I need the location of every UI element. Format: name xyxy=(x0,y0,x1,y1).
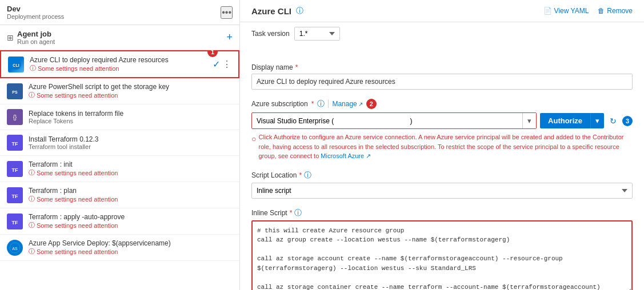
svg-text:CLI: CLI xyxy=(13,63,19,67)
authorize-button[interactable]: Authorize xyxy=(540,113,590,128)
subscription-controls: ▾ Authorize ▾ ↻ 3 xyxy=(251,112,633,129)
tasks-list: CLI Azure CLI to deploy required Azure r… xyxy=(0,50,239,290)
subscription-dropdown-button[interactable]: ▾ xyxy=(522,113,536,128)
authorize-info: ○ Click Authorize to configure an Azure … xyxy=(251,132,633,161)
warning-text-1: Some settings need attention xyxy=(38,65,119,72)
task-item-4[interactable]: TF Install Terraform 0.12.3 Terraform to… xyxy=(0,130,239,156)
task-item-1[interactable]: CLI Azure CLI to deploy required Azure r… xyxy=(0,50,239,78)
task-8-name: Azure App Service Deploy: $(appservicena… xyxy=(29,239,233,247)
svg-text:TF: TF xyxy=(12,220,18,225)
manage-label: Manage xyxy=(332,100,357,108)
task-version-row: Task version 1.* 2.* xyxy=(240,22,644,45)
task-item-8[interactable]: AS Azure App Service Deploy: $(appservic… xyxy=(0,235,239,261)
script-location-required: * xyxy=(299,171,302,179)
appservice-icon-shape: AS xyxy=(7,240,23,256)
terraform-plan-icon: TF xyxy=(7,187,23,203)
terraform-icon-shape: TF xyxy=(7,135,23,151)
task-1-more-icon[interactable]: ⋮ xyxy=(222,59,231,70)
agent-job-title: Agent job xyxy=(17,30,55,38)
remove-link[interactable]: 🗑 Remove xyxy=(598,7,633,15)
task-item-7[interactable]: TF Terraform : apply -auto-approve ⓘ Som… xyxy=(0,208,239,235)
title-info-icon[interactable]: ⓘ xyxy=(296,6,303,16)
refresh-button[interactable]: ↻ xyxy=(607,114,619,128)
manage-link[interactable]: Manage ↗ xyxy=(332,100,362,108)
view-yaml-link[interactable]: 📄 View YAML xyxy=(543,7,589,15)
script-location-label: Script Location * ⓘ xyxy=(251,170,633,180)
display-name-label: Display name * xyxy=(251,63,633,71)
task-version-label: Task version xyxy=(251,30,290,38)
task-6-warning: ⓘ Some settings need attention xyxy=(29,195,233,203)
subscription-input[interactable] xyxy=(252,114,522,128)
warning-icon-5: ⓘ xyxy=(29,168,35,177)
azure-subscription-label-text: Azure subscription xyxy=(251,100,308,108)
task-version-select[interactable]: 1.* 2.* xyxy=(294,27,340,41)
dev-header-left: Dev Deployment process xyxy=(7,5,64,20)
display-name-label-text: Display name xyxy=(251,63,293,71)
task-item-5[interactable]: TF Terraform : init ⓘ Some settings need… xyxy=(0,156,239,182)
warning-icon-8: ⓘ xyxy=(29,247,35,256)
warning-icon-6: ⓘ xyxy=(29,195,35,203)
warning-icon-1: ⓘ xyxy=(30,64,36,72)
task-2-name: Azure PowerShell script to get the stora… xyxy=(29,83,233,91)
task-1-actions: ✓ ⋮ xyxy=(213,59,231,70)
svg-text:{}: {} xyxy=(13,114,17,120)
task-1-warning: ⓘ Some settings need attention xyxy=(30,64,207,72)
task-4-info: Install Terraform 0.12.3 Terraform tool … xyxy=(29,135,233,150)
azure-cli-icon-shape: CLI xyxy=(8,57,24,72)
task-3-subtitle: Replace Tokens xyxy=(29,118,233,124)
task-item-3[interactable]: {} Replace tokens in terraform file Repl… xyxy=(0,104,239,130)
task-8-warning: ⓘ Some settings need attention xyxy=(29,247,233,256)
terraform-apply-icon: TF xyxy=(7,214,23,229)
inline-script-textarea[interactable]: # this will create Azure resource group … xyxy=(251,220,633,291)
svg-text:TF: TF xyxy=(12,141,18,147)
dev-more-button[interactable]: ••• xyxy=(221,6,233,19)
authorize-info-text: Click Authorize to configure an Azure se… xyxy=(258,132,633,161)
terraform-install-icon: TF xyxy=(7,135,23,151)
task-1-info: Azure CLI to deploy required Azure resou… xyxy=(30,56,207,72)
task-4-name: Install Terraform 0.12.3 xyxy=(29,135,233,143)
task-1-check-icon: ✓ xyxy=(213,59,220,70)
circle-dot-icon: ○ xyxy=(251,133,256,145)
warning-text-2: Some settings need attention xyxy=(37,92,118,99)
inline-script-required: * xyxy=(290,209,293,217)
script-location-select[interactable]: Inline script Script path xyxy=(251,183,633,199)
display-name-required: * xyxy=(295,63,298,71)
badge-1: 1 xyxy=(207,50,218,57)
task-6-info: Terraform : plan ⓘ Some settings need at… xyxy=(29,187,233,203)
subscription-info-icon[interactable]: ⓘ xyxy=(317,99,325,109)
agent-job-info: Agent job Run on agent xyxy=(17,30,55,45)
inline-script-info-icon[interactable]: ⓘ xyxy=(294,208,302,218)
script-location-info-icon[interactable]: ⓘ xyxy=(304,170,311,180)
warning-icon-7: ⓘ xyxy=(29,221,35,229)
azure-subscription-required: * xyxy=(311,100,314,108)
script-location-label-text: Script Location xyxy=(251,171,297,179)
task-2-warning: ⓘ Some settings need attention xyxy=(29,91,233,99)
token-icon-shape: {} xyxy=(7,109,23,125)
terraform-plan-icon-shape: TF xyxy=(7,187,23,203)
terraform-init-icon-shape: TF xyxy=(7,161,23,177)
run-on-agent-label: Run on agent xyxy=(17,38,55,45)
task-item-6[interactable]: TF Terraform : plan ⓘ Some settings need… xyxy=(0,182,239,208)
task-item-2[interactable]: PS Azure PowerShell script to get the st… xyxy=(0,78,239,104)
microsoft-azure-link[interactable]: Microsoft Azure ↗ xyxy=(321,152,371,159)
authorize-group: Authorize ▾ xyxy=(540,113,604,128)
powershell-icon-shape: PS xyxy=(7,83,23,99)
label-divider xyxy=(328,100,329,108)
add-task-button[interactable]: + xyxy=(226,31,233,43)
right-content: Display name * Azure subscription * ⓘ Ma… xyxy=(240,54,644,290)
right-panel: Azure CLI ⓘ 📄 View YAML 🗑 Remove Task ve… xyxy=(240,0,644,290)
task-7-warning: ⓘ Some settings need attention xyxy=(29,221,233,229)
display-name-input[interactable] xyxy=(251,74,633,90)
authorize-dropdown-button[interactable]: ▾ xyxy=(590,113,604,128)
grid-icon: ⊞ xyxy=(7,33,14,42)
dev-subtitle: Deployment process xyxy=(7,13,64,20)
powershell-icon: PS xyxy=(7,83,23,99)
appservice-icon: AS xyxy=(7,240,23,256)
warning-text-6: Some settings need attention xyxy=(37,196,118,203)
task-6-name: Terraform : plan xyxy=(29,187,233,195)
right-header: Azure CLI ⓘ 📄 View YAML 🗑 Remove xyxy=(240,0,644,22)
warning-icon-2: ⓘ xyxy=(29,91,35,99)
terraform-apply-icon-shape: TF xyxy=(7,214,23,229)
agent-job-bar: ⊞ Agent job Run on agent + xyxy=(0,25,239,50)
svg-text:AS: AS xyxy=(12,247,18,251)
